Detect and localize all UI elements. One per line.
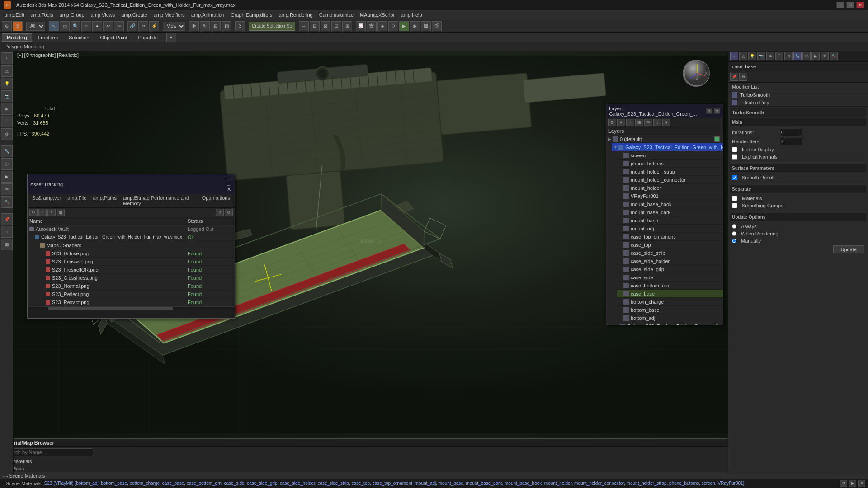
modifier-editable-poly[interactable]: Editable Poly: [728, 99, 868, 107]
sb-utilities[interactable]: 🔨: [1, 196, 13, 208]
layer-bottom-adj[interactable]: bottom_adj: [617, 314, 723, 322]
smooth-result-checkbox[interactable]: [732, 175, 737, 180]
rp-icon-create[interactable]: +: [730, 52, 738, 60]
asset-menu-options[interactable]: Opamp;tions: [199, 195, 233, 206]
tb-render-to[interactable]: 🖼: [421, 21, 431, 31]
menu-maxscript[interactable]: MAamp;XScript: [357, 11, 397, 19]
layer-mount-holder-connector[interactable]: mount_holder_connector: [617, 176, 723, 184]
layer-check-0[interactable]: [714, 136, 720, 142]
asset-row-vault[interactable]: Autodesk Vault Logged Out: [28, 225, 235, 233]
tb-schematic[interactable]: 🕸: [367, 21, 377, 31]
isoline-checkbox[interactable]: [732, 147, 737, 152]
rp-icon-pin[interactable]: 📌: [730, 73, 738, 81]
always-row[interactable]: Always: [730, 223, 866, 230]
rp-icon-hierarchy[interactable]: ⬡: [802, 52, 811, 60]
render-iters-input[interactable]: [780, 138, 802, 145]
layer-bottom-base[interactable]: bottom_base: [617, 306, 723, 314]
layers-list[interactable]: ▶ 0 (default) ▼ Galaxy_S23_Tactical_Edit…: [606, 135, 723, 325]
menu-views[interactable]: amp;Views: [88, 11, 118, 19]
maximize-button[interactable]: □: [846, 2, 854, 8]
menu-create[interactable]: amp;Create: [118, 11, 150, 19]
asset-row-maps-folder[interactable]: Maps / Shaders: [38, 241, 235, 249]
rp-icon-cameras[interactable]: 📷: [757, 52, 765, 60]
layer-0-default[interactable]: ▶ 0 (default): [606, 135, 723, 143]
close-button[interactable]: ✕: [856, 2, 864, 8]
sb-create[interactable]: +: [1, 52, 13, 64]
layer-mount-base-dark[interactable]: mount_base_dark: [617, 208, 723, 216]
sb-mirror[interactable]: ↔: [1, 226, 13, 238]
rp-icon-utils[interactable]: 🔨: [830, 52, 838, 60]
asset-scrollbar[interactable]: [28, 306, 235, 310]
tb-media[interactable]: 🎬: [432, 21, 442, 31]
populate-options[interactable]: ▾: [166, 33, 176, 42]
asset-row-galaxy[interactable]: Galaxy_S23_Tactical_Edition_Green_with_H…: [33, 233, 235, 241]
tb-btn-2[interactable]: S: [13, 21, 23, 31]
asset-minimize-btn[interactable]: —: [227, 176, 232, 181]
rp-icon-helpers[interactable]: ⊕: [766, 52, 774, 60]
layers-tb-move[interactable]: ↕: [653, 119, 661, 126]
undo-btn[interactable]: ↩: [103, 21, 113, 31]
update-button[interactable]: Update: [833, 245, 864, 253]
tab-object-paint[interactable]: Object Paint: [95, 33, 132, 42]
redo-btn[interactable]: ↪: [114, 21, 124, 31]
asset-menu-file[interactable]: amp;File: [65, 195, 89, 206]
menu-tools[interactable]: amp;Tools: [28, 11, 56, 19]
layers-title-bar[interactable]: Layer: Galaxy_S23_Tactical_Edition_Green…: [606, 104, 723, 118]
tb-btn-1[interactable]: ⊕: [2, 21, 12, 31]
tb-clone[interactable]: ⊞: [342, 21, 352, 31]
menu-graph-editors[interactable]: Graph Eamp;ditors: [228, 11, 275, 19]
layers-tb-settings[interactable]: ⚙: [608, 119, 616, 126]
asset-menu-paths[interactable]: amp;Paths: [90, 195, 119, 206]
layer-bottom-charge[interactable]: bottom_charge: [617, 298, 723, 306]
scale-btn[interactable]: ⊞: [211, 21, 221, 31]
layer-mount-holder-strap[interactable]: mount_holder_strap: [617, 168, 723, 176]
smoothing-groups-row[interactable]: Smoothing Groups: [730, 202, 866, 209]
tb-render-setup[interactable]: ⚙: [388, 21, 398, 31]
asset-row-emissive[interactable]: S23_Emissive.png Found: [44, 258, 235, 266]
modifier-turbosmooth[interactable]: TurboSmooth: [728, 91, 868, 99]
select-by-name-btn[interactable]: 🔍: [71, 21, 80, 31]
asset-row-fresnellor[interactable]: S23_FresnellOR.png Found: [44, 266, 235, 274]
asset-tb-help[interactable]: ?: [216, 209, 224, 216]
tb-render-active[interactable]: ◉: [410, 21, 420, 31]
tb-align[interactable]: ⊟: [310, 21, 320, 31]
rp-icon-settings[interactable]: ⚙: [739, 73, 747, 81]
sb-modify[interactable]: 🔧: [1, 145, 13, 157]
tab-freeform[interactable]: Freeform: [33, 33, 63, 42]
tb-mirror[interactable]: ↔: [299, 21, 309, 31]
layers-close-btn[interactable]: ✕: [714, 108, 720, 114]
materials-row[interactable]: Materials: [730, 195, 866, 202]
menu-rendering[interactable]: amp;Rendering: [276, 11, 315, 19]
layer-case-side-grip[interactable]: case_side_grip: [617, 265, 723, 273]
sb-motion[interactable]: ▶: [1, 171, 13, 183]
layer-case-side[interactable]: case_side: [617, 273, 723, 282]
rp-icon-lights[interactable]: 💡: [748, 52, 756, 60]
asset-title-bar[interactable]: Asset Tracking — □ ✕: [28, 174, 235, 194]
bind-btn[interactable]: ⚡: [149, 21, 159, 31]
rp-icon-motion[interactable]: ▶: [811, 52, 820, 60]
view-dropdown[interactable]: View: [163, 22, 185, 31]
smooth-result-row[interactable]: Smooth Result: [730, 174, 866, 181]
status-icon-2[interactable]: ▶: [849, 480, 856, 487]
layer-screen[interactable]: screen: [617, 151, 723, 160]
status-icon-3[interactable]: ⚙: [858, 480, 865, 487]
rp-icon-systems[interactable]: ⚙: [784, 52, 793, 60]
layers-tb-close[interactable]: ✕: [617, 119, 625, 126]
materials-checkbox[interactable]: [732, 196, 737, 201]
sb-snaps[interactable]: 📌: [1, 213, 13, 225]
asset-tb-list[interactable]: ≡: [47, 209, 56, 216]
status-icon-1[interactable]: ⊞: [840, 480, 847, 487]
populate-dropdown[interactable]: ▾: [166, 33, 176, 42]
asset-row-glossiness[interactable]: S23_Glossiness.png Found: [44, 274, 235, 282]
asset-tb-refresh[interactable]: ↻: [29, 209, 38, 216]
transform-btn[interactable]: ▧: [222, 21, 231, 31]
layer-phone-buttons[interactable]: phone_buttons: [617, 160, 723, 168]
region-select-btn[interactable]: ▭: [60, 21, 70, 31]
sb-lights[interactable]: 💡: [1, 78, 13, 89]
iterations-input[interactable]: [780, 129, 802, 136]
layer-case-base[interactable]: case_base: [617, 290, 723, 298]
layer-galaxy-full[interactable]: Galaxy_S23_Tactical_Edition_Green_with_H…: [617, 322, 723, 325]
always-radio[interactable]: [732, 224, 736, 229]
sb-cameras[interactable]: 📷: [1, 90, 13, 102]
asset-row-refract[interactable]: S23_Refract.png Found: [44, 298, 235, 306]
